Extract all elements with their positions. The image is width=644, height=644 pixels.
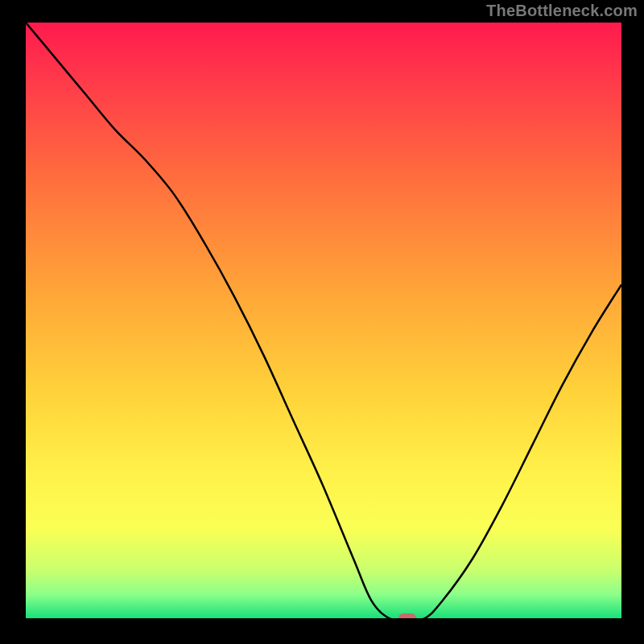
optimal-marker <box>398 613 416 618</box>
chart-frame: TheBottleneck.com <box>0 0 644 644</box>
plot-area <box>26 23 621 618</box>
bottleneck-curve <box>26 23 621 618</box>
curve-line <box>26 23 621 618</box>
watermark-text: TheBottleneck.com <box>486 2 638 20</box>
